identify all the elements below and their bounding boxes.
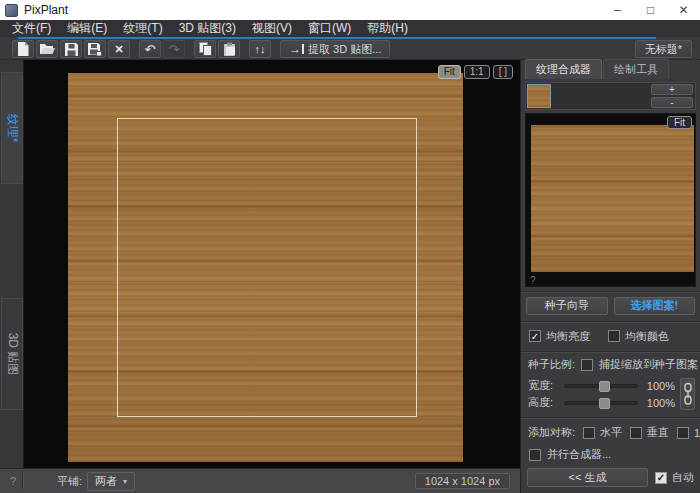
new-file-icon xyxy=(17,42,29,56)
titlebar: PixPlant – □ ✕ xyxy=(0,0,700,20)
close-button[interactable]: ✕ xyxy=(667,0,700,20)
symmetry-vertical-checkbox[interactable] xyxy=(630,427,642,439)
height-slider[interactable] xyxy=(564,401,638,405)
height-label: 高度: xyxy=(528,395,562,410)
seed-selection-rect[interactable] xyxy=(117,118,417,417)
width-label: 宽度: xyxy=(528,378,562,393)
save-button[interactable] xyxy=(60,40,82,58)
panel-divider xyxy=(521,291,700,292)
symmetry-vertical-option[interactable]: 垂直 xyxy=(630,425,669,440)
redo-button[interactable]: ↷ xyxy=(163,40,185,58)
sidebar-tab-texture[interactable]: 纹理* xyxy=(1,72,23,184)
symmetry-horizontal-option[interactable]: 水平 xyxy=(583,425,622,440)
auto-checkbox[interactable]: ✓ xyxy=(655,472,667,484)
parallel-row: 并行合成器... xyxy=(521,443,700,464)
minimize-button[interactable]: – xyxy=(601,0,634,20)
remove-seed-button[interactable]: - xyxy=(651,97,693,108)
swap-views-button[interactable]: ↑↓ xyxy=(249,40,271,58)
symmetry-row: 添加对称: 水平 垂直 180° xyxy=(521,421,700,443)
menu-edit[interactable]: 编辑(E) xyxy=(59,20,115,37)
parallel-synth-checkbox[interactable] xyxy=(529,449,541,461)
equalize-color-checkbox[interactable] xyxy=(608,330,620,342)
menubar: 文件(F) 编辑(E) 纹理(T) 3D 贴图(3) 视图(V) 窗口(W) 帮… xyxy=(0,20,700,37)
width-slider-handle[interactable] xyxy=(599,381,610,392)
seed-thumbnail[interactable] xyxy=(527,84,551,108)
sidebar-tab-3d-maps[interactable]: 3D 贴图 xyxy=(1,298,23,410)
left-column: 纹理* 3D 贴图 Fit 1:1 [ ] xyxy=(0,60,520,493)
seed-preview[interactable]: Fit ? xyxy=(525,113,696,287)
seed-scale-label: 种子比例: xyxy=(528,357,575,372)
generate-button[interactable]: << 生成 xyxy=(527,468,648,487)
close-file-button[interactable]: ✕ xyxy=(108,40,130,58)
height-slider-handle[interactable] xyxy=(599,398,610,409)
tab-paint-tools[interactable]: 绘制工具 xyxy=(603,59,669,79)
sidebar-tab-3d-maps-label: 3D 贴图 xyxy=(4,333,21,376)
seed-action-row: 种子向导 选择图案! xyxy=(521,295,700,317)
slider-column: 宽度: 100% 高度: 100% xyxy=(528,377,675,411)
new-file-button[interactable] xyxy=(12,40,34,58)
menu-file[interactable]: 文件(F) xyxy=(4,20,59,37)
symmetry-horizontal-label: 水平 xyxy=(600,425,622,440)
add-seed-button[interactable]: + xyxy=(651,84,693,95)
tile-label: 平铺: xyxy=(57,474,82,489)
choose-pattern-button[interactable]: 选择图案! xyxy=(614,297,696,315)
right-panel: 纹理合成器 绘制工具 + - Fit ? 种子向导 选择图案! xyxy=(520,60,700,493)
width-slider-row: 宽度: 100% xyxy=(528,377,675,394)
canvas-fit-button[interactable]: Fit xyxy=(438,65,461,79)
untitled-document-button[interactable]: 无标题* xyxy=(635,40,692,58)
sidebar-tab-texture-label: 纹理* xyxy=(4,114,21,143)
auto-label: 自动 xyxy=(672,470,694,485)
equalize-brightness-checkbox[interactable]: ✓ xyxy=(529,330,541,342)
tile-mode-dropdown[interactable]: 两者 ▾ xyxy=(87,472,135,491)
canvas-fullscreen-button[interactable]: [ ] xyxy=(493,65,513,79)
open-file-button[interactable] xyxy=(36,40,58,58)
copy-icon xyxy=(199,42,212,56)
wood-texture-image[interactable] xyxy=(68,73,463,462)
help-icon[interactable]: ? xyxy=(6,475,20,487)
copy-button[interactable] xyxy=(194,40,216,58)
tab-texture-synth[interactable]: 纹理合成器 xyxy=(525,59,602,79)
right-panel-tabs: 纹理合成器 绘制工具 xyxy=(521,60,700,79)
snap-scale-label: 捕捉缩放到种子图案 (没有图 xyxy=(599,357,700,372)
menu-window[interactable]: 窗口(W) xyxy=(300,20,359,37)
check-icon: ✓ xyxy=(531,331,539,342)
canvas-1-1-button[interactable]: 1:1 xyxy=(464,65,490,79)
seed-preview-image[interactable] xyxy=(531,125,694,272)
menu-3d-maps[interactable]: 3D 贴图(3) xyxy=(171,20,244,37)
equalize-brightness-option[interactable]: ✓ 均衡亮度 xyxy=(529,329,590,344)
extract-arrow-icon: → xyxy=(289,42,304,56)
save-as-button[interactable] xyxy=(84,40,106,58)
preview-fit-button[interactable]: Fit xyxy=(667,116,692,129)
undo-icon: ↶ xyxy=(145,43,156,56)
canvas-view-controls: Fit 1:1 [ ] xyxy=(438,65,513,79)
menu-help[interactable]: 帮助(H) xyxy=(359,20,416,37)
open-folder-icon xyxy=(40,43,55,55)
width-value: 100% xyxy=(645,380,675,392)
symmetry-180-checkbox[interactable] xyxy=(677,427,689,439)
seed-strip-buttons: + - xyxy=(651,84,694,108)
equalize-color-option[interactable]: 均衡颜色 xyxy=(608,329,669,344)
texture-canvas[interactable]: Fit 1:1 [ ] xyxy=(24,60,520,468)
equalize-brightness-label: 均衡亮度 xyxy=(546,329,590,344)
width-slider[interactable] xyxy=(564,384,638,388)
snap-scale-checkbox[interactable] xyxy=(581,359,593,371)
window-controls: – □ ✕ xyxy=(601,0,700,20)
maximize-button[interactable]: □ xyxy=(634,0,667,20)
undo-button[interactable]: ↶ xyxy=(139,40,161,58)
height-value: 100% xyxy=(645,397,675,409)
paste-icon xyxy=(223,42,236,56)
link-dimensions-button[interactable] xyxy=(680,378,695,410)
window-title: PixPlant xyxy=(24,3,68,17)
save-as-icon xyxy=(88,43,102,56)
chevron-down-icon: ▾ xyxy=(123,477,127,486)
preview-help-icon[interactable]: ? xyxy=(530,275,536,286)
menu-texture[interactable]: 纹理(T) xyxy=(115,20,170,37)
menu-view[interactable]: 视图(V) xyxy=(244,20,300,37)
symmetry-180-option[interactable]: 180° xyxy=(677,427,700,439)
auto-option[interactable]: ✓ 自动 xyxy=(655,470,694,485)
paste-button[interactable] xyxy=(218,40,240,58)
seed-wizard-button[interactable]: 种子向导 xyxy=(526,297,608,315)
canvas-row: 纹理* 3D 贴图 Fit 1:1 [ ] xyxy=(0,60,520,468)
extract-3d-maps-button[interactable]: → 提取 3D 贴图... xyxy=(280,40,390,58)
symmetry-horizontal-checkbox[interactable] xyxy=(583,427,595,439)
